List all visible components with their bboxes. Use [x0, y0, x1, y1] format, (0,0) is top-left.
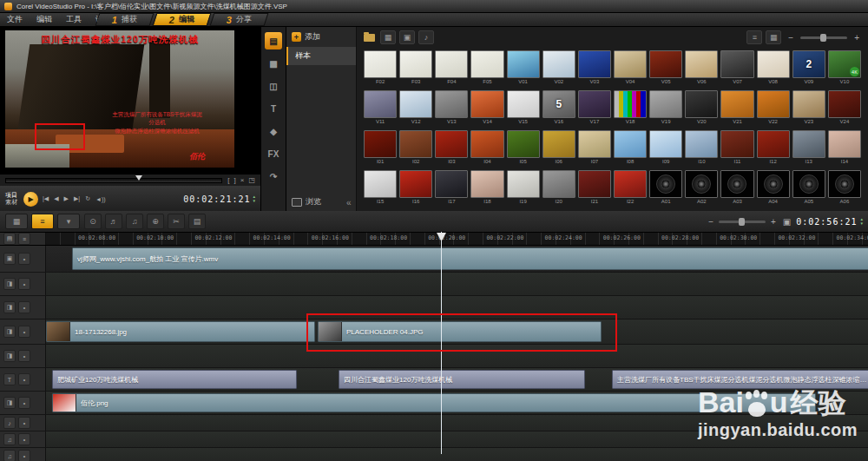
library-item[interactable]: V05	[649, 50, 682, 86]
filter-icon[interactable]: FX	[265, 145, 282, 162]
track-enable-icon[interactable]: •	[18, 417, 30, 429]
track-header-overlay[interactable]: ◨•	[0, 392, 46, 414]
spinner-down-icon[interactable]: ▾	[253, 199, 255, 203]
track-list-icon[interactable]: ▤	[3, 233, 16, 245]
thumb-size-slider[interactable]	[800, 36, 847, 39]
track-header-overlay[interactable]: ◨•	[0, 319, 46, 344]
transition-icon[interactable]: ◫	[265, 77, 282, 95]
library-item[interactable]: 2V09	[792, 50, 825, 86]
library-item[interactable]: V22	[757, 90, 790, 126]
spinner-down-icon[interactable]: ▾	[860, 221, 863, 226]
library-item[interactable]: I13	[792, 130, 825, 166]
library-item[interactable]: I17	[435, 170, 468, 206]
library-item[interactable]: A06	[828, 170, 861, 206]
track-header-overlay[interactable]: ◨•	[0, 296, 46, 319]
library-item[interactable]: A04	[757, 170, 790, 206]
library-item[interactable]: V15	[507, 90, 540, 126]
graphic-icon[interactable]: ◆	[265, 122, 282, 140]
grid-view-icon[interactable]: ▦	[766, 30, 781, 44]
mark-in-button[interactable]: [	[227, 176, 229, 184]
timeline-clip[interactable]: vj师网_www.vjshi.com_航拍 工业 宣传片.wmv	[72, 247, 868, 270]
instant-project-icon[interactable]: ▩	[265, 55, 282, 72]
library-item[interactable]: I18	[470, 170, 503, 206]
play-button[interactable]: ▶	[23, 192, 38, 207]
library-item[interactable]: V03	[578, 50, 611, 86]
collapse-panel-button[interactable]: «	[346, 198, 352, 207]
library-item[interactable]: V12	[399, 90, 432, 126]
seek-handle[interactable]	[135, 175, 142, 181]
track-header-voice[interactable]: ♪•	[0, 415, 46, 431]
timeline-clip[interactable]: 四川合江蜀鑫煤业120万吨洗煤机械	[339, 370, 585, 389]
library-item[interactable]: A01	[649, 170, 682, 206]
track-enable-icon[interactable]: •	[18, 373, 30, 385]
track-header-overlay[interactable]: ◨•	[0, 345, 46, 367]
repeat-button[interactable]: ↻	[85, 195, 90, 202]
track-manager-icon[interactable]: ▤	[188, 214, 206, 229]
library-item[interactable]: V08	[757, 50, 790, 86]
library-item[interactable]: I06	[542, 130, 575, 166]
library-item[interactable]: I15	[364, 170, 397, 206]
library-item[interactable]: F05	[470, 50, 503, 86]
home-button[interactable]: |◀	[43, 195, 49, 202]
library-item[interactable]: F04	[435, 50, 468, 86]
library-item[interactable]: V23	[792, 90, 825, 126]
library-item[interactable]: I08	[614, 130, 647, 166]
track-enable-icon[interactable]: •	[18, 301, 30, 313]
show-photos-icon[interactable]: ▣	[399, 30, 415, 44]
menu-item[interactable]: 编辑	[30, 14, 59, 25]
library-item[interactable]: F02	[364, 50, 397, 86]
auto-music-icon[interactable]: ♫	[126, 214, 143, 229]
split-clip-icon[interactable]: ✂	[168, 214, 185, 229]
storyboard-view-button[interactable]: ▦	[5, 214, 28, 229]
track-menu-icon[interactable]: ≡	[18, 233, 30, 245]
folder-icon[interactable]	[364, 34, 375, 42]
menu-item[interactable]: 文件	[0, 14, 30, 25]
library-item[interactable]: I20	[542, 170, 575, 206]
library-item[interactable]: V19	[649, 90, 682, 126]
zoom-handle[interactable]	[739, 218, 745, 226]
timeline-ruler[interactable]: 00:02:08:0000:02:10:0000:02:12:0000:02:1…	[46, 233, 868, 245]
library-item[interactable]: I11	[720, 130, 753, 166]
library-item[interactable]: I07	[578, 130, 611, 166]
add-media-button[interactable]: + 添加	[286, 27, 356, 47]
library-item[interactable]: V11	[364, 90, 397, 126]
zoom-slider[interactable]	[719, 221, 766, 223]
seek-bar[interactable]	[5, 178, 222, 183]
library-item[interactable]: 4KV10	[828, 50, 861, 86]
zoom-out-button[interactable]: −	[707, 217, 715, 227]
library-item[interactable]: V04	[614, 50, 647, 86]
library-item[interactable]: I22	[614, 170, 647, 206]
library-item[interactable]: V21	[720, 90, 753, 126]
browse-button[interactable]: 浏览	[286, 192, 356, 212]
library-item[interactable]: I04	[470, 130, 503, 166]
show-videos-icon[interactable]: ▦	[380, 30, 396, 44]
timeline-timecode-spinner[interactable]: ▴ ▾	[860, 217, 863, 226]
library-item[interactable]: V13	[435, 90, 468, 126]
enlarge-button[interactable]: ◳	[248, 176, 255, 184]
thumb-size-handle[interactable]	[820, 34, 826, 42]
library-item[interactable]: I21	[578, 170, 611, 206]
track-header-music[interactable]: ♫•	[0, 448, 46, 461]
library-item[interactable]: V07	[720, 50, 753, 86]
zoom-in-button[interactable]: +	[769, 217, 778, 227]
library-item[interactable]: V14	[470, 90, 503, 126]
library-item[interactable]: A02	[685, 170, 718, 206]
track-content[interactable]	[46, 448, 868, 461]
menu-item[interactable]: 工具	[59, 14, 89, 25]
track-enable-icon[interactable]: •	[18, 433, 30, 445]
volume-button[interactable]: ◄))	[95, 196, 106, 202]
track-header-title[interactable]: T•	[0, 368, 46, 391]
track-content[interactable]: vj师网_www.vjshi.com_航拍 工业 宣传片.wmv	[46, 246, 868, 272]
tab-share[interactable]: 3分享	[210, 13, 269, 26]
sound-mixer-icon[interactable]: ♬	[105, 214, 122, 229]
library-item[interactable]: I05	[507, 130, 540, 166]
track-header-music[interactable]: ♫•	[0, 431, 46, 447]
timeline-clip[interactable]: 18-17132268.jpg	[46, 321, 315, 342]
track-enable-icon[interactable]: •	[18, 350, 30, 362]
library-item[interactable]: V02	[542, 50, 575, 86]
thumb-zoom-in-button[interactable]: +	[852, 33, 861, 43]
library-item[interactable]: V24	[828, 90, 861, 126]
timeline-clip[interactable]: 肥城矿业120万吨洗煤机械	[52, 370, 297, 389]
library-item[interactable]: V20	[685, 90, 718, 126]
library-item[interactable]: I03	[435, 130, 468, 166]
